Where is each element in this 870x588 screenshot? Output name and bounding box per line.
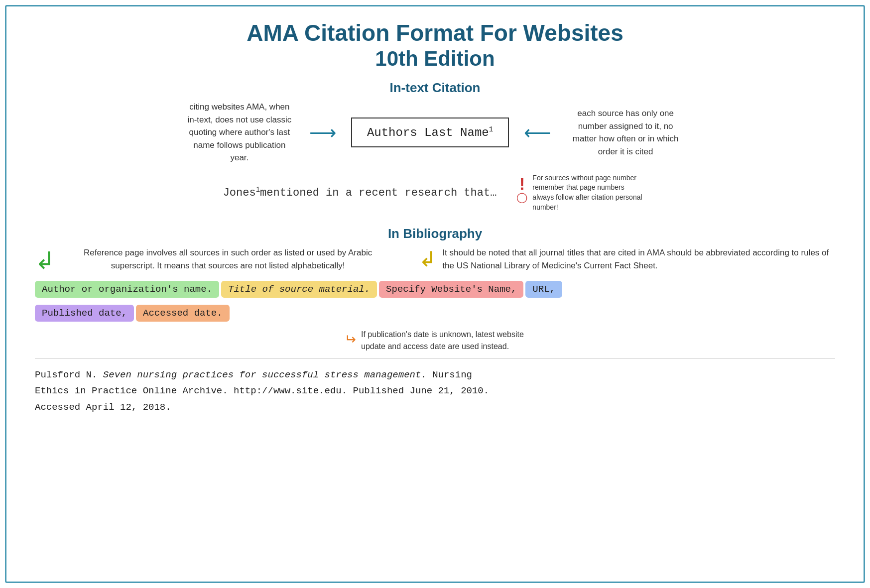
date-note-row: ↵ If publication's date is unknown, late…	[35, 329, 835, 353]
left-arrow-icon: ⟵	[524, 121, 551, 143]
chip-title: Title of source material.	[221, 281, 377, 298]
example-sup: 1	[256, 186, 260, 194]
example-name: Jones	[223, 187, 256, 200]
example-bib-title: Seven nursing practices for successful s…	[103, 369, 427, 380]
citation-formula-row-2: Published date, Accessed date.	[35, 305, 835, 325]
bibliography-section: In Bibliography ↲ Reference page involve…	[35, 222, 835, 415]
citation-formula-row: Author or organization's name. Title of …	[35, 281, 835, 301]
biblio-left-text: Reference page involves all sources in s…	[61, 246, 395, 272]
chip-website: Specify Website's Name,	[379, 281, 523, 298]
main-title: AMA Citation Format For Websites	[35, 20, 835, 46]
example-bib-author: Pulsford N.	[35, 369, 103, 380]
example-citation-text: Jones1mentioned in a recent research tha…	[223, 186, 497, 199]
subtitle: 10th Edition	[35, 46, 835, 71]
title-section: AMA Citation Format For Websites 10th Ed…	[35, 20, 835, 71]
example-bib-journal: Nursing	[427, 369, 472, 380]
right-arrow-icon: ⟶	[309, 121, 336, 143]
citation-box-text: Authors Last Name	[367, 126, 489, 139]
intext-left-note: citing websites AMA, when in-text, does …	[185, 101, 294, 164]
example-bibliography: Pulsford N. Seven nursing practices for …	[35, 358, 835, 415]
bibliography-heading: In Bibliography	[35, 226, 835, 241]
date-note-text: If publication's date is unknown, latest…	[361, 329, 525, 353]
citation-superscript: 1	[489, 125, 493, 133]
chip-published: Published date,	[35, 305, 134, 322]
exclamation-note: ! ◯ For sources without page number reme…	[516, 173, 647, 212]
main-container: AMA Citation Format For Websites 10th Ed…	[5, 5, 865, 583]
chip-author: Author or organization's name.	[35, 281, 219, 298]
example-rest: mentioned in a recent research that…	[260, 187, 497, 200]
citation-box: Authors Last Name1	[351, 118, 509, 147]
intext-right-note: each source has only one number assigned…	[566, 107, 685, 158]
intext-top-row: citing websites AMA, when in-text, does …	[35, 101, 835, 164]
exclamation-icon: ! ◯	[516, 175, 527, 202]
intext-section: In-text Citation citing websites AMA, wh…	[35, 76, 835, 217]
intext-heading: In-text Citation	[390, 80, 481, 96]
example-bib-line3: Accessed April 12, 2018.	[35, 402, 171, 413]
orange-curve-arrow-icon: ↵	[345, 331, 356, 348]
example-row: Jones1mentioned in a recent research tha…	[223, 173, 647, 212]
exclamation-body-text: For sources without page number remember…	[532, 173, 647, 212]
yellow-arrow-icon: ↲	[419, 249, 436, 270]
biblio-top-row: ↲ Reference page involves all sources in…	[35, 246, 835, 273]
exclamation-mark: !	[519, 175, 525, 192]
biblio-right: ↲ It should be noted that all journal ti…	[419, 246, 835, 272]
green-arrow-icon: ↲	[35, 249, 55, 273]
example-bib-line2: Ethics in Practice Online Archive. http:…	[35, 385, 489, 396]
biblio-left: ↲ Reference page involves all sources in…	[35, 246, 395, 273]
biblio-right-text: It should be noted that all journal titl…	[442, 246, 835, 272]
exclamation-circle: ◯	[516, 192, 527, 202]
chip-url: URL,	[525, 281, 562, 298]
chip-accessed: Accessed date.	[136, 305, 230, 322]
